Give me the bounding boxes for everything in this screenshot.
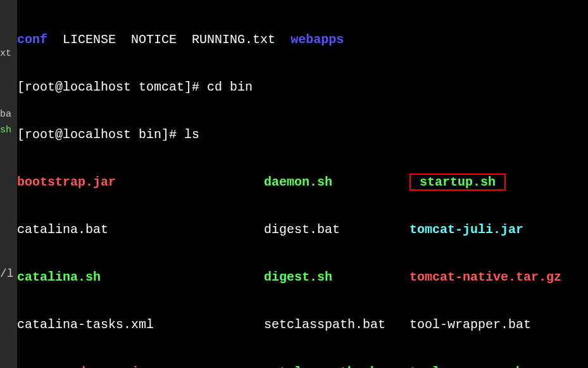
prompt: [root@localhost bin]#: [17, 127, 184, 142]
ls-row: bootstrap.jardaemon.sh startup.sh: [17, 174, 588, 190]
highlight-box: startup.sh: [410, 174, 506, 191]
ls-row: catalina-tasks.xmlsetclasspath.battool-w…: [17, 317, 588, 333]
prompt: [root@localhost tomcat]#: [17, 80, 207, 94]
gutter-fragment: /l: [0, 266, 14, 282]
terminal[interactable]: conf LICENSE NOTICE RUNNING.txt webapps …: [17, 0, 588, 368]
gutter-fragment: xt: [0, 46, 11, 61]
gutter-fragment: sh: [0, 122, 11, 138]
command-line: [root@localhost bin]# ls: [17, 127, 588, 143]
gutter-fragment: ba: [0, 106, 11, 122]
ls-row: commons-daemon.jarsetclasspath.shtool-wr…: [17, 364, 588, 368]
output-line: conf LICENSE NOTICE RUNNING.txt webapps: [17, 32, 588, 48]
ls-row: catalina.shdigest.shtomcat-native.tar.gz: [17, 269, 588, 285]
ls-row: catalina.batdigest.battomcat-juli.jar: [17, 222, 588, 238]
command-line: [root@localhost tomcat]# cd bin: [17, 79, 588, 95]
gutter: xt ba sh /l: [0, 0, 17, 368]
